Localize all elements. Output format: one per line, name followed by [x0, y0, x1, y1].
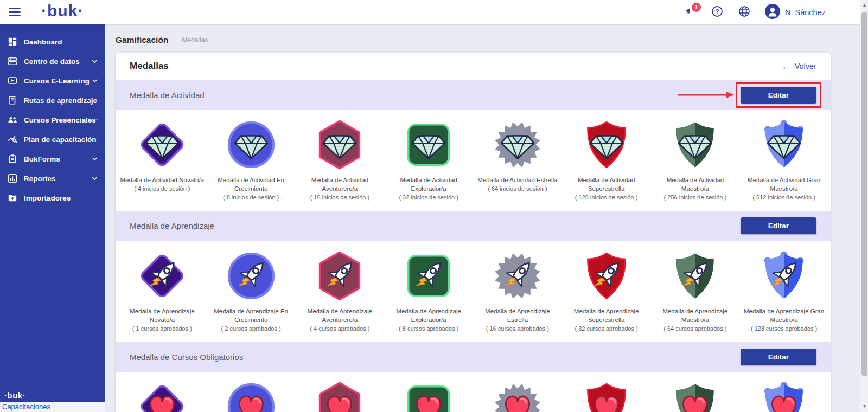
breadcrumb-gamificacion[interactable]: Gamificación	[116, 35, 168, 45]
help-icon: ?	[711, 5, 723, 20]
section-header-actividad: Medalla de Actividad Editar	[116, 80, 831, 110]
sidebar-item-label: Cursos E-Learning	[24, 77, 90, 85]
capacitaciones-link[interactable]: Capacitaciones	[0, 402, 105, 412]
elearning-icon	[7, 76, 17, 86]
editar-cursos-obligatorios-button[interactable]: Editar	[741, 349, 816, 365]
sidebar-item-reportes[interactable]: Reportes	[0, 169, 105, 188]
shield-green-medal-heart-icon	[668, 379, 722, 412]
medal-name: Medalla de Aprendizaje Explorador/a	[386, 307, 471, 324]
chevron-down-icon	[92, 157, 98, 161]
burst-medal-heart-icon	[490, 379, 545, 412]
sidebar-item-rutas-de-aprendizaje[interactable]: Rutas de aprendizaje	[0, 91, 105, 110]
medal-badge	[651, 379, 740, 412]
medal-requirement: ( 8 cursos aprobados )	[399, 324, 458, 333]
medal-requirement: ( 16 cursos aprobados )	[486, 324, 549, 333]
sidebar-item-dashboard[interactable]: Dashboard	[0, 32, 105, 52]
medal-badge: Medalla de Aprendizaje Novato/a( 1 curso…	[118, 249, 207, 333]
announcements-button[interactable]: 1	[684, 6, 697, 19]
sidebar-item-importadores[interactable]: Importadores	[0, 188, 105, 208]
chevron-down-icon	[92, 176, 98, 181]
user-menu[interactable]: N. Sánchez	[765, 4, 826, 21]
learning-path-icon	[7, 95, 17, 106]
medal-badge: Medalla de Aprendizaje Gran Maestro/a( 1…	[739, 249, 828, 333]
medal-requirement: ( 32 inicios de sesión )	[399, 193, 458, 202]
chevron-down-icon	[92, 79, 98, 83]
globe-icon	[738, 5, 750, 20]
sidebar-item-label: Plan de capacitación	[24, 136, 97, 144]
sidebar-item-label: Dashboard	[24, 38, 62, 46]
volver-label: Volver	[795, 62, 816, 70]
badges-row-actividad: Medalla de Actividad Novato/a( 4 inicios…	[116, 110, 831, 211]
medal-badge: Medalla de Actividad Superestrella( 128 …	[562, 118, 651, 202]
sidebar-nav: Dashboard Centro de datos Cursos E-Learn…	[0, 24, 105, 402]
breadcrumb-current: Medallas	[182, 36, 208, 44]
help-button[interactable]: ?	[711, 6, 724, 19]
annotation-arrow-icon	[678, 91, 734, 99]
sidebar-item-bukforms[interactable]: BukForms	[0, 149, 105, 169]
medal-badge: Medalla de Actividad Explorador/a( 32 in…	[384, 118, 473, 202]
scroll-up-arrow[interactable]: ▲	[860, 1, 868, 10]
user-name: N. Sánchez	[785, 8, 826, 17]
medal-badge	[384, 379, 473, 412]
medal-requirement: ( 64 inicios de sesión )	[488, 184, 547, 194]
shield-blue-medal-gem-icon	[757, 118, 811, 172]
circle-medal-heart-icon	[224, 379, 278, 412]
shield-green-medal-rocket-icon	[668, 249, 722, 303]
chevron-down-icon	[92, 59, 98, 63]
section-title: Medalla de Actividad	[130, 91, 205, 100]
annotation-red-box: Editar	[736, 82, 821, 108]
medallas-card: Medallas ← Volver Medalla de Actividad E…	[116, 53, 831, 412]
svg-text:?: ?	[716, 8, 719, 15]
shield-red-medal-gem-icon	[579, 118, 634, 172]
scrollbar-thumb[interactable]	[861, 12, 867, 376]
medal-badge	[207, 379, 296, 412]
medal-badge	[473, 379, 562, 412]
medal-name: Medalla de Actividad Novato/a	[120, 176, 205, 184]
diamond-medal-gem-icon	[135, 118, 189, 172]
medal-badge: Medalla de Aprendizaje Superestrella( 32…	[562, 249, 651, 333]
diamond-medal-rocket-icon	[135, 249, 189, 303]
medal-name: Medalla de Aprendizaje Maestro/a	[652, 307, 738, 324]
bar-chart-icon	[7, 173, 17, 184]
scroll-down-arrow[interactable]: ▼	[860, 402, 868, 411]
volver-link[interactable]: ← Volver	[782, 62, 816, 71]
medal-requirement: ( 256 inicios de sesión )	[664, 193, 727, 202]
breadcrumb: Gamificación Medallas	[116, 33, 831, 47]
sidebar-item-cursos-elearning[interactable]: Cursos E-Learning	[0, 71, 105, 91]
sidebar-item-cursos-presenciales[interactable]: Cursos Presenciales	[0, 110, 105, 130]
main-content: Gamificación Medallas Medallas ← Volver …	[105, 24, 860, 412]
hexagon-medal-heart-icon	[312, 379, 367, 412]
square-medal-rocket-icon	[401, 249, 456, 303]
back-arrow-icon: ←	[782, 62, 791, 71]
medal-badge: Medalla de Aprendizaje Explorador/a( 8 c…	[384, 249, 473, 333]
buk-logo: ·buk·	[41, 3, 84, 22]
menu-icon[interactable]	[9, 5, 23, 20]
burst-medal-gem-icon	[490, 118, 545, 172]
sidebar-item-label: Cursos Presenciales	[24, 116, 96, 124]
top-bar: ·buk· 1 ? N. Sánchez	[0, 0, 868, 24]
language-button[interactable]	[738, 6, 751, 19]
section-header-aprendizaje: Medalla de Aprendizaje Editar	[116, 211, 831, 241]
medal-name: Medalla de Actividad Explorador/a	[386, 176, 471, 193]
circle-medal-gem-icon	[224, 118, 278, 172]
medal-requirement: ( 512 inicios de sesión )	[752, 193, 815, 202]
shield-red-medal-rocket-icon	[579, 249, 634, 303]
badges-row-aprendizaje: Medalla de Aprendizaje Novato/a( 1 curso…	[116, 241, 831, 342]
shield-red-medal-heart-icon	[579, 379, 634, 412]
burst-medal-rocket-icon	[490, 249, 545, 303]
sidebar-item-plan-de-capacitacion[interactable]: Plan de capacitación	[0, 130, 105, 149]
medal-name: Medalla de Actividad Superestrella	[564, 176, 649, 193]
editar-actividad-button[interactable]: Editar	[741, 87, 816, 104]
sidebar-item-centro-de-datos[interactable]: Centro de datos	[0, 52, 105, 71]
sidebar-item-label: Centro de datos	[24, 57, 80, 66]
medal-badge: Medalla de Actividad En Crecimiento( 8 i…	[207, 118, 296, 202]
editar-aprendizaje-button[interactable]: Editar	[741, 217, 816, 234]
sidebar-buk-logo: ·buk·	[4, 391, 25, 400]
medal-name: Medalla de Actividad Estrella	[477, 176, 557, 184]
page-title: Medallas	[130, 61, 169, 72]
square-medal-heart-icon	[401, 379, 456, 412]
medal-name: Medalla de Aprendizaje Novato/a	[119, 307, 205, 324]
medal-badge: Medalla de Actividad Novato/a( 4 inicios…	[118, 118, 207, 202]
medal-badge: Medalla de Actividad Gran Maestro/a( 512…	[739, 118, 828, 202]
medal-requirement: ( 16 inicios de sesión )	[310, 193, 369, 202]
